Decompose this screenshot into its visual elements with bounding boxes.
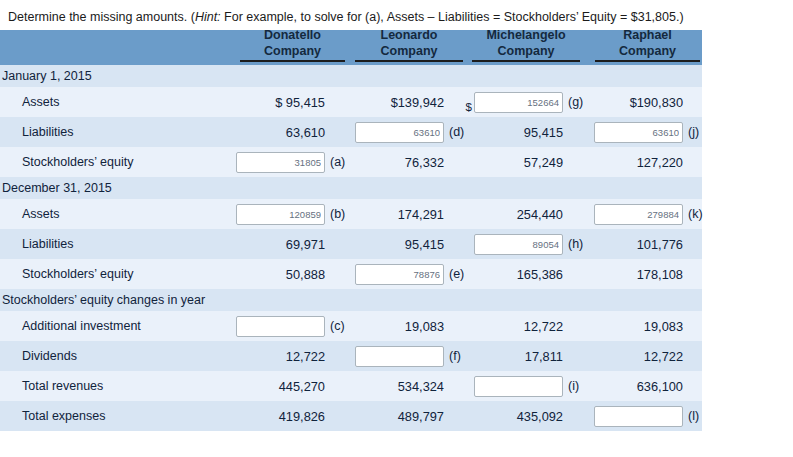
table-row: Liabilities 63,610 (d) 95,415 (j) [0,117,702,147]
amount-cell: 19,083 [312,311,444,341]
section-row: Stockholders’ equity changes in year [0,289,702,311]
instruction-text: Determine the missing amounts. (Hint: Fo… [0,0,793,30]
table-row: Liabilities 69,971 95,415 (h) 101,776 [0,229,702,259]
amount-cell: 50,888 [193,259,325,289]
section-row: January 1, 2015 [0,65,702,87]
section-row: December 31, 2015 [0,177,702,199]
amount-cell: 12,722 [431,311,563,341]
company-name: Donatello [240,27,345,43]
amount-cell: 445,270 [193,371,325,401]
amount-input-cell: (k) [551,199,683,229]
amount-input-cell: $ (g) [431,87,563,117]
company-name: Raphael [595,27,700,43]
amount-input-cell: (f) [312,341,444,371]
amount-cell: 419,826 [193,401,325,431]
company-column-header: Michelangelo Company [472,27,580,63]
amount-value: 636,100 [637,379,683,394]
row-label: Assets [22,207,60,221]
row-label: Liabilities [22,237,73,251]
item-letter-label: (k) [688,207,703,221]
amount-cell: 489,797 [312,401,444,431]
amount-cell: 127,220 [551,147,683,177]
amount-value: 178,108 [637,267,683,282]
company-word: Company [355,43,463,59]
item-letter-label: (j) [688,125,699,139]
amount-cell: 435,092 [431,401,563,431]
amount-cell: 178,108 [551,259,683,289]
row-label: Total expenses [22,409,105,423]
table-row: Assets (b) 174,291 254,440 (k) [0,199,702,229]
amount-value: $190,830 [630,95,683,110]
amount-value: 19,083 [644,319,683,334]
section-label: December 31, 2015 [2,181,112,195]
amount-input[interactable] [594,204,683,225]
company-name: Leonardo [355,27,463,43]
dollar-sign-prefix: $ [466,101,472,113]
amount-input-cell: (c) [193,311,325,341]
amount-value: 101,776 [637,237,683,252]
table-row: Total expenses 419,826 489,797 435,092 (… [0,401,702,431]
amount-input[interactable] [594,122,683,143]
amount-value: 12,722 [644,349,683,364]
amount-cell: 12,722 [193,341,325,371]
amount-cell: $ 95,415 [193,87,325,117]
amount-value: 127,220 [637,155,683,170]
amount-cell: 12,722 [551,341,683,371]
amount-input-cell: (h) [431,229,563,259]
amount-cell: $190,830 [551,87,683,117]
row-label: Stockholders’ equity [22,155,133,169]
instruction-prefix: Determine the missing amounts. ( [8,10,195,24]
amount-input-cell: (d) [312,117,444,147]
amount-input-cell: (a) [193,147,325,177]
row-label: Total revenues [22,379,103,393]
amount-input[interactable] [594,406,683,427]
amount-input[interactable] [474,376,563,397]
company-word: Company [240,43,345,59]
amount-input-cell: (j) [551,117,683,147]
table-body: January 1, 2015 Assets $ 95,415 $139,942… [0,65,702,431]
amount-input-cell: (e) [312,259,444,289]
amount-cell: $139,942 [312,87,444,117]
missing-amounts-table: Donatello Company Leonardo Company Miche… [0,30,702,431]
amount-cell: 636,100 [551,371,683,401]
row-label: Stockholders’ equity [22,267,133,281]
company-column-header: Donatello Company [240,27,345,63]
amount-input-cell: (l) [551,401,683,431]
instruction-suffix: For example, to solve for (a), Assets – … [221,10,684,24]
amount-cell: 95,415 [312,229,444,259]
amount-cell: 57,249 [431,147,563,177]
amount-cell: 69,971 [193,229,325,259]
section-label: Stockholders’ equity changes in year [2,293,205,307]
table-row: Additional investment (c) 19,083 12,722 … [0,311,702,341]
table-header-row: Donatello Company Leonardo Company Miche… [0,30,702,65]
amount-input-cell: (b) [193,199,325,229]
company-word: Company [472,43,580,59]
amount-cell: 95,415 [431,117,563,147]
company-column-header: Raphael Company [595,27,700,63]
item-letter-label: (l) [688,409,699,423]
amount-cell: 174,291 [312,199,444,229]
amount-cell: 76,332 [312,147,444,177]
table-row: Stockholders’ equity (a) 76,332 57,249 1… [0,147,702,177]
table-row: Dividends 12,722 (f) 17,811 12,722 [0,341,702,371]
instruction-hint-label: Hint: [195,10,221,24]
amount-cell: 17,811 [431,341,563,371]
table-row: Total revenues 445,270 534,324 (i) 636,1… [0,371,702,401]
section-label: January 1, 2015 [2,69,92,83]
amount-input-cell: (i) [431,371,563,401]
amount-input[interactable] [474,234,563,255]
amount-cell: 63,610 [193,117,325,147]
table-row: Stockholders’ equity 50,888 (e) 165,386 … [0,259,702,289]
amount-cell: 101,776 [551,229,683,259]
amount-cell: 534,324 [312,371,444,401]
company-column-header: Leonardo Company [355,27,463,63]
company-word: Company [595,43,700,59]
row-label: Additional investment [22,319,141,333]
amount-cell: 165,386 [431,259,563,289]
row-label: Dividends [22,349,77,363]
amount-input[interactable] [474,92,563,113]
row-label: Assets [22,95,60,109]
row-label: Liabilities [22,125,73,139]
table-row: Assets $ 95,415 $139,942 $ (g) $190,830 [0,87,702,117]
company-name: Michelangelo [472,27,580,43]
